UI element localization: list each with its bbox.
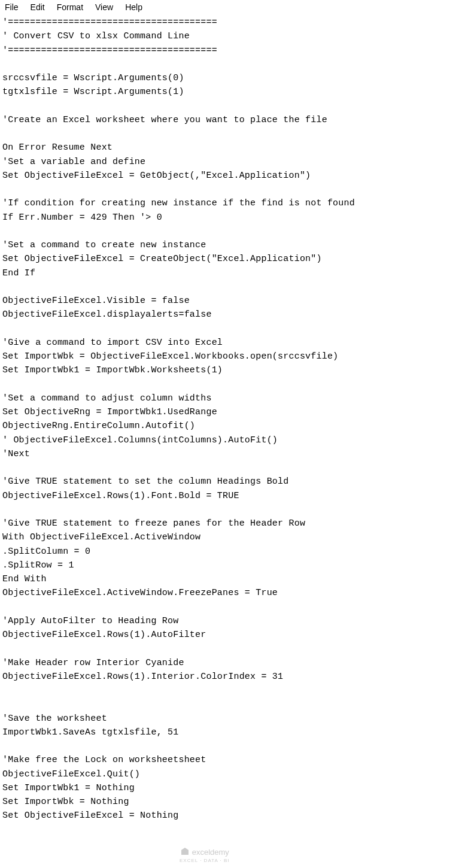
code-line: Set ObjectiveFileExcel = Nothing — [2, 811, 178, 821]
code-line: .SplitRow = 1 — [2, 560, 74, 570]
code-line: ObjectiveFileExcel.displayalerts=false — [2, 309, 212, 320]
code-line: If Err.Number = 429 Then '> 0 — [2, 213, 162, 223]
menu-bar: File Edit Format View Help — [0, 0, 459, 14]
code-line: End If — [2, 268, 35, 278]
code-line: Set ImportWbk1 = Nothing — [2, 783, 135, 793]
code-line: 'Create an Excel worksheet where you wan… — [2, 115, 327, 125]
code-line: ' Convert CSV to xlsx Command Line — [2, 31, 190, 41]
code-line: 'Save the worksheet — [2, 714, 107, 724]
code-line: End With — [2, 574, 47, 584]
code-line: '====================================== — [2, 45, 217, 56]
code-line: 'Give TRUE statement to freeze panes for… — [2, 518, 305, 529]
code-line: ObjectiveFileExcel.Quit() — [2, 769, 140, 779]
code-line: Set ObjectiveFileExcel = GetObject(,"Exc… — [2, 171, 311, 181]
code-line: 'Give a command to import CSV into Excel — [2, 338, 223, 348]
menu-view[interactable]: View — [89, 1, 119, 13]
menu-help[interactable]: Help — [119, 1, 148, 13]
code-line: ObjectiveFileExcel.Rows(1).AutoFilter — [2, 630, 206, 640]
menu-edit[interactable]: Edit — [25, 1, 51, 13]
code-line: 'Next — [2, 449, 30, 459]
code-line: tgtxlsfile = Wscript.Arguments(1) — [2, 87, 184, 97]
code-line: ObjectiveFileExcel.Rows(1).Font.Bold = T… — [2, 491, 239, 501]
code-line: ObjectiveFileExcel.ActiveWindow.FreezePa… — [2, 588, 278, 598]
code-line: ImportWbk1.SaveAs tgtxlsfile, 51 — [2, 727, 178, 738]
menu-format[interactable]: Format — [51, 1, 89, 13]
code-line: 'Set a command to adjust column widths — [2, 393, 212, 403]
code-line: 'If condition for creating new instance … — [2, 198, 355, 208]
code-line: 'Give TRUE statement to set the column H… — [2, 477, 288, 487]
code-line: Set ImportWbk1 = ImportWbk.Worksheets(1) — [2, 365, 223, 375]
code-line: Set ImportWbk = Nothing — [2, 797, 129, 807]
code-line: Set ObjectiveRng = ImportWbk1.UsedRange — [2, 407, 217, 417]
code-editor[interactable]: '====================================== … — [0, 14, 459, 824]
menu-file[interactable]: File — [2, 1, 25, 13]
code-line: ' ObjectiveFileExcel.Columns(intColumns)… — [2, 435, 278, 445]
code-line: 'Set a command to create new instance — [2, 240, 206, 250]
code-line: Set ImportWbk = ObjectiveFileExcel.Workb… — [2, 351, 338, 362]
code-line: 'Apply AutoFilter to Heading Row — [2, 616, 178, 626]
code-line: Set ObjectiveFileExcel = CreateObject("E… — [2, 254, 322, 264]
code-line: '====================================== — [2, 17, 217, 28]
code-line: On Error Resume Next — [2, 142, 113, 153]
code-line: 'Set a variable and define — [2, 157, 145, 167]
code-line: .SplitColumn = 0 — [2, 547, 90, 557]
code-line: srccsvfile = Wscript.Arguments(0) — [2, 73, 184, 83]
code-line: 'Make free the Lock on worksheetsheet — [2, 755, 206, 765]
code-line: ObjectiveFileExcel.Rows(1).Interior.Colo… — [2, 672, 283, 682]
code-line: ObjectiveRng.EntireColumn.Autofit() — [2, 421, 195, 431]
code-line: 'Make Header row Interior Cyanide — [2, 658, 184, 668]
code-line: With ObjectiveFileExcel.ActiveWindow — [2, 532, 200, 542]
code-line: ObjectiveFileExcel.Visible = false — [2, 296, 190, 306]
